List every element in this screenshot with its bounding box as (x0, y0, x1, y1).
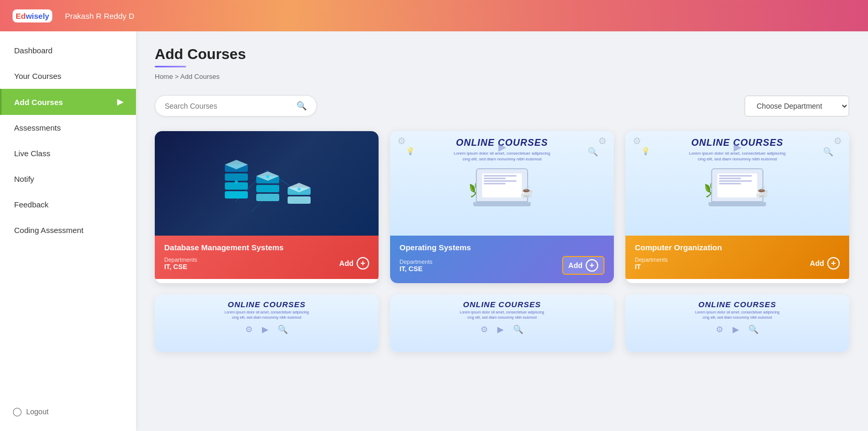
card-dept-co: Departments IT (635, 257, 668, 271)
bottom-subtitle-3: Lorem ipsum dolor sit amet, consectetuer… (695, 310, 779, 320)
bottom-search-icon-1: 🔍 (278, 324, 288, 334)
search-box[interactable]: 🔍 (155, 95, 317, 117)
screen-line-co-1 (719, 175, 752, 177)
sidebar-label-notify: Notify (14, 174, 34, 183)
sidebar-arrow-add-courses: ▶ (117, 97, 123, 107)
bottom-search-icon-2: 🔍 (513, 324, 523, 334)
sidebar-spacer (0, 243, 136, 398)
sidebar-item-feedback[interactable]: Feedback (0, 192, 136, 217)
card-bottom-row-os: Departments IT, CSE Add + (399, 256, 604, 275)
sidebar-item-add-courses[interactable]: Add Courses ▶ (0, 89, 136, 115)
card-dept-os: Departments IT, CSE (399, 259, 432, 273)
course-card-os[interactable]: ONLINE COURSES Lorem ipsum dolor sit ame… (390, 131, 614, 283)
sidebar-label-assessments: Assessments (14, 123, 61, 132)
add-label-os: Add (568, 261, 583, 270)
sidebar-item-assessments[interactable]: Assessments (0, 115, 136, 141)
department-select[interactable]: Choose Department IT CSE IT, CSE ECE EEE (745, 96, 849, 117)
sidebar-label-add-courses: Add Courses (14, 98, 63, 107)
screen-line-os-3 (484, 180, 517, 182)
add-circle-icon-co: + (827, 257, 840, 270)
laptop-base-os (473, 202, 531, 206)
sidebar-item-notify[interactable]: Notify (0, 166, 136, 192)
sidebar-logout[interactable]: ◯ Logout (0, 398, 136, 425)
bottom-play-icon-2: ▶ (497, 324, 504, 334)
main-content: Add Courses Home > Add Courses 🔍 Choose … (136, 31, 868, 431)
bottom-card-inner-3: ONLInE courSeS Lorem ipsum dolor sit ame… (625, 295, 849, 352)
screen-line-os-2 (484, 178, 506, 179)
breadcrumb: Home > Add Courses (155, 73, 849, 80)
screen-line-co-4 (719, 183, 741, 184)
logo: Edwisely (13, 9, 52, 22)
sidebar-item-coding-assessment[interactable]: Coding Assessment (0, 217, 136, 243)
bottom-subtitle-1: Lorem ipsum dolor sit amet, consectetuer… (224, 310, 309, 320)
sidebar-item-your-courses[interactable]: Your Courses (0, 63, 136, 89)
bottom-gear-icon-3: ⚙ (716, 324, 723, 334)
bottom-card-3[interactable]: ONLInE courSeS Lorem ipsum dolor sit ame… (625, 295, 849, 352)
db-svg (209, 139, 324, 228)
logout-label: Logout (26, 407, 49, 416)
bottom-play-icon-3: ▶ (733, 324, 739, 334)
online-courses-img-co: ONLINE COURSES Lorem ipsum dolor sit ame… (625, 131, 849, 236)
sidebar-item-live-class[interactable]: Live Class (0, 141, 136, 166)
card-bottom-co: Computer Organization Departments IT Add… (625, 236, 849, 279)
bottom-card-inner-1: OnLINE couRSeS Lorem ipsum dolor sit ame… (155, 295, 379, 352)
svg-point-16 (266, 175, 269, 178)
svg-rect-9 (256, 185, 279, 192)
card-image-co: ONLINE COURSES Lorem ipsum dolor sit ame… (625, 131, 849, 236)
laptop-base-co (709, 202, 766, 206)
svg-point-15 (235, 180, 238, 183)
online-courses-img-os: ONLINE COURSES Lorem ipsum dolor sit ame… (390, 131, 614, 236)
add-button-co[interactable]: Add + (810, 256, 840, 271)
card-title-db: Database Management Systems (164, 243, 369, 252)
sidebar-label-dashboard: Dashboard (14, 46, 52, 55)
sidebar-item-dashboard[interactable]: Dashboard (0, 38, 136, 63)
card-title-co: Computer Organization (635, 243, 840, 252)
search-input[interactable] (165, 102, 296, 110)
bottom-card-1[interactable]: OnLINE couRSeS Lorem ipsum dolor sit ame… (155, 295, 379, 352)
card-title-os: Operating Systems (399, 243, 604, 252)
bottom-gear-icon-1: ⚙ (245, 324, 253, 334)
laptop-screen-co (717, 173, 758, 197)
bottom-title-3: ONLInE courSeS (698, 300, 776, 309)
sidebar-label-your-courses: Your Courses (14, 72, 61, 80)
sidebar-label-coding-assessment: Coding Assessment (14, 226, 84, 235)
logo-badge: Edwisely (13, 9, 52, 22)
logo-wisely-part: wisely (26, 11, 49, 20)
svg-point-17 (298, 188, 301, 191)
laptop-screen-os (482, 173, 522, 197)
course-card-co[interactable]: ONLINE COURSES Lorem ipsum dolor sit ame… (625, 131, 849, 283)
header-username: Prakash R Reddy D (65, 11, 134, 20)
logo-ed: Ed (16, 11, 26, 20)
screen-line-co-2 (719, 178, 741, 179)
cards-grid: Database Management Systems Departments … (155, 131, 849, 352)
svg-rect-12 (288, 196, 311, 204)
title-underline (155, 66, 186, 67)
bottom-title-1: OnLINE couRSeS (227, 300, 305, 309)
card-image-os: ONLINE COURSES Lorem ipsum dolor sit ame… (390, 131, 614, 236)
add-label-co: Add (810, 259, 824, 267)
svg-rect-5 (225, 173, 248, 181)
bottom-card-2[interactable]: ONLINE couRSeS Lorem ipsum dolor sit ame… (390, 295, 614, 352)
bottom-search-icon-3: 🔍 (748, 324, 759, 334)
bottom-play-icon-1: ▶ (262, 324, 268, 334)
search-row: 🔍 Choose Department IT CSE IT, CSE ECE E… (155, 95, 849, 117)
sidebar-label-live-class: Live Class (14, 149, 50, 158)
add-button-db[interactable]: Add + (339, 256, 369, 271)
add-button-os[interactable]: Add + (562, 256, 604, 275)
course-card-db[interactable]: Database Management Systems Departments … (155, 131, 379, 283)
add-circle-icon-db: + (357, 257, 369, 270)
card-bottom-row-co: Departments IT Add + (635, 256, 840, 271)
breadcrumb-current: Add Courses (180, 73, 220, 80)
header: Edwisely Prakash R Reddy D (0, 0, 868, 31)
add-label-db: Add (339, 259, 353, 267)
sidebar-label-feedback: Feedback (14, 200, 49, 209)
db-illustration (155, 131, 379, 236)
bottom-icons-row-1: ⚙ ▶ 🔍 (245, 324, 288, 334)
bottom-title-2: ONLINE couRSeS (463, 300, 541, 309)
sidebar: Dashboard Your Courses Add Courses ▶ Ass… (0, 31, 136, 431)
card-image-db (155, 131, 379, 236)
screen-line-os-4 (484, 183, 506, 184)
svg-rect-3 (225, 191, 248, 199)
screen-line-os-1 (484, 175, 517, 177)
logout-icon: ◯ (13, 406, 22, 416)
